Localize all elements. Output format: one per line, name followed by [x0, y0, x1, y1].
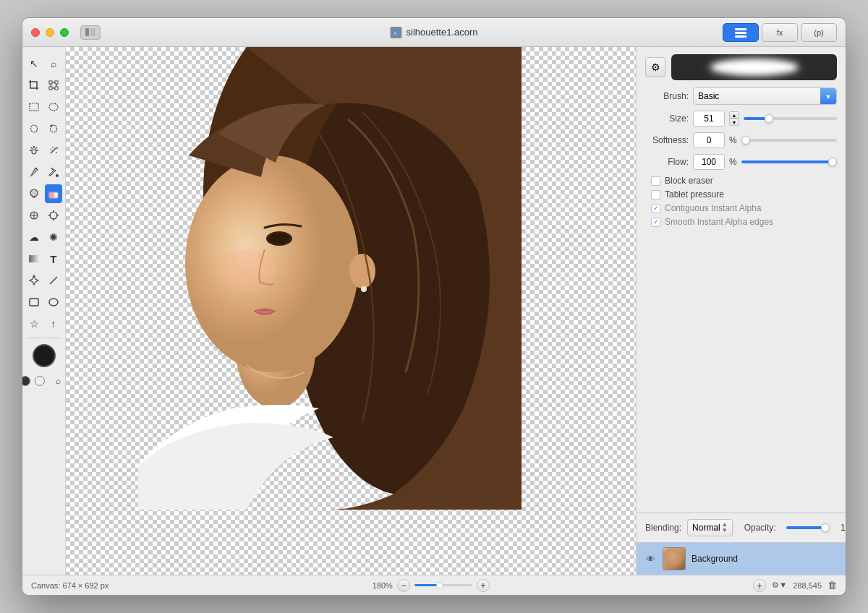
svg-point-29 [30, 189, 38, 197]
svg-text:↕: ↕ [736, 27, 737, 31]
tool-eraser[interactable] [45, 184, 63, 203]
svg-rect-45 [30, 299, 38, 306]
swap-colors-icon[interactable] [35, 376, 45, 386]
tool-row-13: ☆ ↑ [22, 313, 65, 335]
blending-dropdown[interactable]: Normal ▲ ▼ [687, 519, 733, 536]
toolbar: ↖ ⌕ [22, 47, 66, 575]
tool-color-wand[interactable] [45, 141, 63, 160]
status-right: + ⚙▼ 288,545 🗑 [753, 579, 837, 592]
tablet-pressure-checkbox[interactable] [651, 190, 660, 200]
zoom-tool-small[interactable]: ⌕ [49, 372, 68, 390]
flow-slider[interactable] [741, 160, 837, 163]
tool-transform[interactable] [45, 76, 63, 95]
titlebar: A silhouette1.acorn ↕ fx (p) [22, 18, 846, 47]
right-panel: ⚙ Brush: Basic ▼ Size: [636, 47, 846, 575]
size-slider[interactable] [744, 117, 837, 120]
tool-row-7 [22, 183, 65, 205]
svg-point-55 [361, 286, 367, 292]
tool-paint-bucket[interactable] [45, 163, 63, 181]
minimize-button[interactable] [46, 28, 54, 37]
size-increment[interactable]: ▲ [729, 111, 739, 119]
opacity-label: Opacity: [744, 523, 776, 533]
tool-clone[interactable] [25, 206, 43, 225]
size-input[interactable] [693, 111, 725, 127]
tool-rect-shape[interactable] [25, 293, 43, 312]
softness-slider[interactable] [741, 139, 837, 142]
tool-magic-wand[interactable] [25, 141, 43, 160]
delete-layer-button[interactable]: 🗑 [827, 580, 837, 591]
canvas-image [102, 47, 522, 510]
canvas-area[interactable] [66, 47, 636, 575]
svg-line-44 [50, 277, 57, 284]
brush-type-value: Basic [698, 91, 719, 101]
tool-arrow[interactable]: ↖ [25, 54, 43, 73]
blending-mode-value: Normal [692, 523, 720, 533]
svg-rect-6 [735, 35, 746, 38]
tool-fill[interactable] [25, 184, 43, 203]
svg-line-22 [51, 148, 56, 153]
brush-type-dropdown[interactable]: Basic ▼ [693, 87, 837, 105]
tool-ellipse-select[interactable] [45, 98, 63, 116]
fx-button[interactable]: fx [762, 23, 798, 42]
svg-point-46 [49, 299, 58, 306]
color-picker-icon[interactable] [22, 376, 30, 386]
tool-oval-shape[interactable] [45, 293, 63, 312]
contiguous-alpha-checkbox[interactable]: ✓ [651, 204, 660, 213]
blending-mode-arrows[interactable]: ▲ ▼ [722, 522, 728, 533]
svg-line-20 [31, 147, 33, 149]
layer-visibility-icon[interactable]: 👁 [644, 552, 657, 565]
contiguous-alpha-row: ✓ Contiguous Instant Alpha [645, 203, 837, 213]
tool-zoom[interactable]: ⌕ [45, 54, 63, 73]
svg-point-53 [269, 233, 289, 244]
brush-dropdown-arrow[interactable]: ▼ [820, 88, 836, 105]
layer-settings-button[interactable]: ⚙▼ [772, 580, 787, 590]
tool-gradient[interactable] [25, 249, 43, 268]
titlebar-center: A silhouette1.acorn [390, 27, 477, 38]
zoom-in-button[interactable]: + [477, 579, 490, 592]
tool-pen[interactable] [25, 271, 43, 290]
tool-star-shape[interactable]: ☆ [25, 314, 43, 333]
fx-label: fx [777, 28, 783, 37]
flow-input[interactable] [693, 154, 725, 170]
tool-row-12 [22, 291, 65, 313]
brush-type-row: Brush: Basic ▼ [645, 87, 837, 105]
softness-percent: % [729, 135, 737, 145]
tool-crop[interactable] [25, 76, 43, 95]
tool-arrow-shape[interactable]: ↑ [45, 314, 63, 333]
tool-brush[interactable] [25, 163, 43, 181]
close-button[interactable] [31, 28, 40, 37]
tool-effects[interactable] [45, 206, 63, 225]
add-layer-button[interactable]: + [753, 579, 766, 592]
maximize-button[interactable] [60, 28, 69, 37]
tool-rect-select[interactable] [25, 98, 43, 116]
zoom-out-button[interactable]: − [397, 579, 410, 592]
properties-button[interactable]: (p) [801, 23, 837, 42]
block-eraser-checkbox[interactable] [651, 176, 660, 186]
sidebar-toggle-button[interactable] [80, 25, 101, 40]
tool-smudge[interactable]: ☁ [25, 228, 43, 247]
main-window: A silhouette1.acorn ↕ fx (p) [22, 17, 846, 596]
softness-row: Softness: % [645, 132, 837, 148]
tool-row-1: ↖ ⌕ [22, 53, 65, 74]
softness-input[interactable] [693, 132, 725, 148]
size-decrement[interactable]: ▼ [729, 119, 739, 126]
brush-settings-gear[interactable]: ⚙ [645, 57, 665, 77]
tool-lasso[interactable] [25, 119, 43, 138]
tool-row-10: T [22, 248, 65, 270]
contiguous-alpha-label: Contiguous Instant Alpha [665, 203, 761, 213]
size-label: Size: [645, 113, 689, 124]
layers-panel-button[interactable]: ↕ [723, 23, 759, 42]
tool-magic-lasso[interactable] [45, 119, 63, 138]
foreground-color-swatch[interactable] [33, 344, 56, 367]
svg-rect-1 [90, 28, 95, 36]
smooth-alpha-edges-checkbox[interactable]: ✓ [651, 218, 660, 227]
layer-item[interactable]: 👁 Background [637, 543, 846, 575]
svg-point-43 [33, 275, 35, 278]
tool-divider [27, 338, 61, 338]
tool-type[interactable]: T [45, 249, 63, 268]
tool-line[interactable] [45, 271, 63, 290]
opacity-slider[interactable] [786, 526, 830, 529]
tool-sharpen[interactable]: ✺ [45, 228, 63, 247]
zoom-slider[interactable] [414, 584, 472, 586]
tool-row-5 [22, 140, 65, 161]
